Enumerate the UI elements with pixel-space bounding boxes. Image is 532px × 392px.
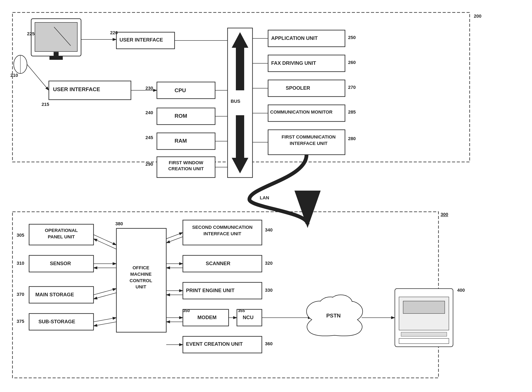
- first-comm-label: FIRST COMMUNICATIONINTERFACE UNIT: [270, 134, 347, 147]
- ref-270: 270: [348, 85, 356, 90]
- svg-line-45: [94, 239, 116, 249]
- svg-point-77: [319, 297, 342, 313]
- ref-250: 250: [348, 35, 356, 40]
- ref-380: 380: [115, 221, 123, 227]
- svg-rect-8: [49, 56, 63, 60]
- user-interface-label: USER INTERFACE: [53, 86, 100, 93]
- diagram: 200 225 210 USER INTERFACE 215 USER INTE…: [0, 0, 532, 392]
- svg-rect-17: [157, 82, 215, 99]
- comm-monitor-label: COMMUNICATION MONITOR: [270, 109, 332, 115]
- ref-240: 240: [145, 110, 153, 115]
- rom-label: ROM: [175, 113, 187, 119]
- ref-340: 340: [265, 227, 273, 233]
- ref-300: 300: [441, 212, 448, 217]
- bus-label: BUS: [231, 99, 240, 104]
- ncu-label: NCU: [243, 315, 254, 320]
- sub-storage-label: SUB-STORAGE: [38, 319, 75, 325]
- svg-line-48: [94, 289, 116, 295]
- svg-point-72: [319, 297, 342, 313]
- ref-210: 210: [10, 73, 18, 78]
- svg-rect-83: [401, 332, 447, 336]
- operational-panel-label: OPERATIONALPANEL UNIT: [30, 227, 92, 240]
- ram-label: RAM: [175, 138, 187, 144]
- spooler-label: SPOOLER: [286, 85, 310, 91]
- svg-line-7: [54, 27, 71, 46]
- ref-215: 215: [42, 102, 49, 107]
- first-window-label: FIRST WINDOWCREATION UNIT: [160, 160, 212, 172]
- svg-rect-82: [403, 301, 445, 313]
- sensor-label: SENSOR: [50, 261, 71, 266]
- svg-line-58: [166, 233, 183, 239]
- svg-rect-84: [399, 338, 449, 344]
- ref-400: 400: [457, 288, 465, 293]
- svg-line-50: [94, 318, 116, 322]
- ref-375: 375: [17, 319, 24, 324]
- svg-line-51: [94, 322, 116, 326]
- ref-370: 370: [17, 292, 24, 297]
- svg-line-12: [27, 64, 49, 90]
- ref-320: 320: [265, 261, 273, 266]
- svg-point-10: [14, 55, 27, 74]
- svg-rect-5: [31, 19, 81, 56]
- ref-280: 280: [348, 136, 356, 141]
- office-machine-label: OFFICEMACHINECONTROLUNIT: [118, 265, 164, 290]
- modem-label: MODEM: [197, 315, 217, 320]
- print-engine-label: PRINT ENGINE UNIT: [186, 288, 234, 293]
- ref-230: 230: [145, 85, 153, 91]
- ref-220: 220: [110, 30, 118, 36]
- ref-355: 355: [238, 308, 245, 313]
- ref-305: 305: [17, 233, 24, 238]
- event-creation-label: EVENT CREATION UNIT: [186, 341, 243, 347]
- svg-line-44: [94, 235, 116, 245]
- ref-310: 310: [17, 261, 24, 266]
- ref-260: 260: [348, 60, 356, 65]
- svg-rect-6: [35, 22, 77, 51]
- ref-225: 225: [27, 31, 35, 37]
- scanner-label: SCANNER: [206, 261, 230, 266]
- ref-350: 350: [183, 308, 190, 313]
- svg-rect-9: [54, 52, 59, 56]
- svg-point-73: [329, 295, 352, 311]
- ref-360: 360: [265, 341, 273, 346]
- main-storage-label: MAIN STORAGE: [35, 292, 74, 298]
- pstn-label: PSTN: [326, 313, 341, 319]
- cpu-label: CPU: [175, 87, 186, 94]
- ref-200: 200: [474, 14, 481, 19]
- svg-rect-80: [395, 289, 453, 347]
- svg-line-49: [94, 293, 116, 299]
- svg-point-78: [330, 295, 352, 311]
- svg-rect-81: [399, 297, 449, 330]
- app-unit-label: APPLICATION UNIT: [271, 35, 318, 41]
- ref-285: 285: [348, 109, 356, 115]
- ref-330: 330: [265, 288, 273, 293]
- svg-line-59: [166, 237, 183, 243]
- lan-label: LAN: [260, 195, 269, 201]
- ref-245: 245: [145, 135, 153, 140]
- fax-driving-label: FAX DRIVING UNIT: [271, 60, 316, 66]
- ref-290: 290: [145, 162, 153, 167]
- svg-marker-23: [232, 115, 248, 173]
- svg-marker-22: [232, 32, 248, 90]
- second-comm-label: SECOND COMMUNICATIONINTERFACE UNIT: [184, 224, 261, 237]
- graphic-card-label: USER INTERFACE: [119, 37, 163, 43]
